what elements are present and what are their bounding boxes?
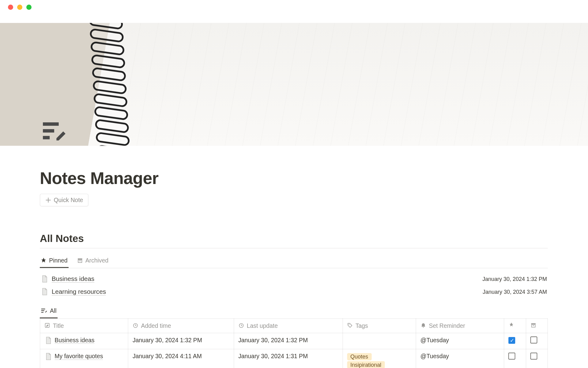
svg-rect-3 [77,259,82,260]
col-header-archive[interactable] [526,319,548,333]
page-icon [44,337,52,346]
svg-point-9 [349,324,349,325]
note-title: Business ideas [52,275,94,283]
note-date: January 30, 2024 3:57 AM [483,289,547,295]
col-header-reminder[interactable]: Set Reminder [416,319,504,333]
svg-rect-0 [43,122,59,126]
tag[interactable]: Insipirational [347,361,385,368]
col-header-added[interactable]: Added time [128,319,234,333]
window-controls [0,0,588,14]
pinned-list: Business ideas January 30, 2024 1:32 PM … [40,273,548,298]
tag[interactable]: Quotes [347,353,371,360]
page-icon [41,275,48,283]
view-tabs: Pinned Archived [40,254,548,268]
row-added: January 30, 2024 4:11 AM [128,349,234,368]
row-tags [342,333,416,349]
svg-rect-2 [43,136,50,139]
tab-label: Pinned [49,257,67,264]
window-maximize-button[interactable] [26,5,32,10]
row-added: January 30, 2024 1:32 PM [128,333,234,349]
clock-icon [133,323,138,328]
plus-icon [45,197,51,203]
list-edit-icon [41,307,47,314]
col-header-pin[interactable] [504,319,526,333]
note-date: January 30, 2024 1:32 PM [482,276,547,282]
archive-checkbox[interactable] [530,353,537,359]
pin-icon [509,322,514,328]
window-minimize-button[interactable] [17,5,22,10]
list-item[interactable]: Business ideas January 30, 2024 1:32 PM [40,273,548,285]
row-updated: January 30, 2024 1:32 PM [234,333,343,349]
row-reminder: @Tuesday [416,333,504,349]
archive-checkbox[interactable] [530,337,537,343]
tab-label: Archived [85,257,108,264]
svg-rect-4 [78,260,82,263]
col-header-tags[interactable]: Tags [342,319,416,333]
table-row[interactable]: Business ideas January 30, 2024 1:32 PM … [40,333,548,349]
quick-note-button[interactable]: Quick Note [40,194,89,206]
page-title[interactable]: Notes Manager [40,146,548,188]
col-header-title[interactable]: Title [40,319,128,333]
row-updated: January 30, 2024 1:31 PM [234,349,343,368]
svg-rect-13 [533,325,534,326]
svg-rect-5 [79,261,81,261]
pin-icon [41,257,47,263]
notes-table: Title Added time Last update [40,318,548,368]
pin-checkbox[interactable] [509,337,515,344]
edit-icon [44,323,50,328]
list-item[interactable]: Learning resources January 30, 2024 3:57… [40,285,548,298]
row-title: Business ideas [55,337,94,344]
tab-label: All [50,307,57,314]
archive-icon [530,322,536,328]
bell-icon [420,323,426,328]
tab-archived[interactable]: Archived [76,254,109,268]
row-title: My favorite quotes [55,353,103,360]
svg-rect-11 [531,323,536,324]
table-row[interactable]: My favorite quotes January 30, 2024 4:11… [40,349,548,368]
svg-rect-10 [423,327,424,328]
page-icon [44,353,52,362]
section-heading-all-notes: All Notes [40,233,548,248]
quick-note-label: Quick Note [54,197,83,203]
cover-image[interactable] [0,23,588,146]
clock-icon [238,323,244,328]
svg-rect-1 [43,129,54,132]
tab-pinned[interactable]: Pinned [40,254,68,268]
window-close-button[interactable] [8,5,13,10]
tag-icon [347,323,353,328]
tab-all[interactable]: All [40,306,57,318]
page-icon[interactable] [40,117,69,146]
note-title: Learning resources [52,288,106,296]
page-icon [41,288,48,296]
archive-icon [77,257,83,263]
svg-rect-12 [531,324,535,327]
pin-checkbox[interactable] [509,353,515,359]
row-reminder: @Tuesday [416,349,504,368]
col-header-updated[interactable]: Last update [234,319,343,333]
row-tags: Quotes Insipirational [342,349,416,368]
